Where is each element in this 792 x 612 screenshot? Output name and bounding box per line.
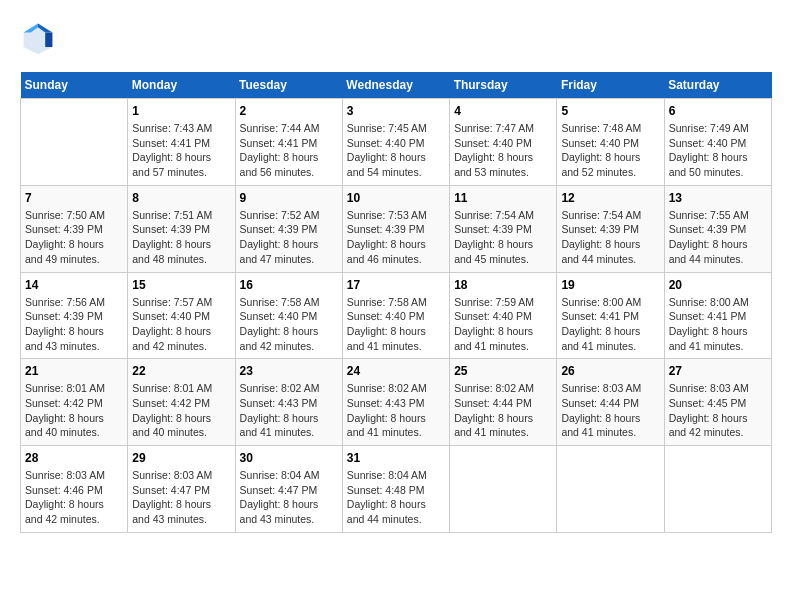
- calendar-cell: [21, 99, 128, 186]
- calendar-cell: 11Sunrise: 7:54 AMSunset: 4:39 PMDayligh…: [450, 185, 557, 272]
- cell-content: Sunrise: 7:58 AMSunset: 4:40 PMDaylight:…: [240, 295, 338, 354]
- day-number: 28: [25, 451, 123, 465]
- weekday-header: Monday: [128, 72, 235, 99]
- day-number: 26: [561, 364, 659, 378]
- cell-content: Sunrise: 8:04 AMSunset: 4:47 PMDaylight:…: [240, 468, 338, 527]
- header-row: SundayMondayTuesdayWednesdayThursdayFrid…: [21, 72, 772, 99]
- cell-content: Sunrise: 7:55 AMSunset: 4:39 PMDaylight:…: [669, 208, 767, 267]
- day-number: 21: [25, 364, 123, 378]
- day-number: 20: [669, 278, 767, 292]
- calendar-cell: 5Sunrise: 7:48 AMSunset: 4:40 PMDaylight…: [557, 99, 664, 186]
- cell-content: Sunrise: 8:03 AMSunset: 4:45 PMDaylight:…: [669, 381, 767, 440]
- cell-content: Sunrise: 8:04 AMSunset: 4:48 PMDaylight:…: [347, 468, 445, 527]
- calendar-cell: 24Sunrise: 8:02 AMSunset: 4:43 PMDayligh…: [342, 359, 449, 446]
- cell-content: Sunrise: 8:01 AMSunset: 4:42 PMDaylight:…: [132, 381, 230, 440]
- cell-content: Sunrise: 7:57 AMSunset: 4:40 PMDaylight:…: [132, 295, 230, 354]
- calendar-cell: 27Sunrise: 8:03 AMSunset: 4:45 PMDayligh…: [664, 359, 771, 446]
- weekday-header: Wednesday: [342, 72, 449, 99]
- cell-content: Sunrise: 7:44 AMSunset: 4:41 PMDaylight:…: [240, 121, 338, 180]
- day-number: 16: [240, 278, 338, 292]
- day-number: 22: [132, 364, 230, 378]
- day-number: 3: [347, 104, 445, 118]
- calendar-header: SundayMondayTuesdayWednesdayThursdayFrid…: [21, 72, 772, 99]
- cell-content: Sunrise: 7:45 AMSunset: 4:40 PMDaylight:…: [347, 121, 445, 180]
- calendar-cell: 20Sunrise: 8:00 AMSunset: 4:41 PMDayligh…: [664, 272, 771, 359]
- day-number: 11: [454, 191, 552, 205]
- calendar-table: SundayMondayTuesdayWednesdayThursdayFrid…: [20, 72, 772, 533]
- day-number: 8: [132, 191, 230, 205]
- calendar-week-row: 28Sunrise: 8:03 AMSunset: 4:46 PMDayligh…: [21, 446, 772, 533]
- calendar-body: 1Sunrise: 7:43 AMSunset: 4:41 PMDaylight…: [21, 99, 772, 533]
- day-number: 14: [25, 278, 123, 292]
- cell-content: Sunrise: 7:51 AMSunset: 4:39 PMDaylight:…: [132, 208, 230, 267]
- cell-content: Sunrise: 8:00 AMSunset: 4:41 PMDaylight:…: [669, 295, 767, 354]
- day-number: 23: [240, 364, 338, 378]
- calendar-cell: 12Sunrise: 7:54 AMSunset: 4:39 PMDayligh…: [557, 185, 664, 272]
- cell-content: Sunrise: 8:02 AMSunset: 4:43 PMDaylight:…: [240, 381, 338, 440]
- calendar-week-row: 21Sunrise: 8:01 AMSunset: 4:42 PMDayligh…: [21, 359, 772, 446]
- logo-icon: [20, 20, 56, 56]
- calendar-cell: 14Sunrise: 7:56 AMSunset: 4:39 PMDayligh…: [21, 272, 128, 359]
- day-number: 13: [669, 191, 767, 205]
- calendar-cell: [664, 446, 771, 533]
- cell-content: Sunrise: 8:01 AMSunset: 4:42 PMDaylight:…: [25, 381, 123, 440]
- cell-content: Sunrise: 7:53 AMSunset: 4:39 PMDaylight:…: [347, 208, 445, 267]
- calendar-cell: 16Sunrise: 7:58 AMSunset: 4:40 PMDayligh…: [235, 272, 342, 359]
- day-number: 18: [454, 278, 552, 292]
- calendar-cell: 26Sunrise: 8:03 AMSunset: 4:44 PMDayligh…: [557, 359, 664, 446]
- cell-content: Sunrise: 8:02 AMSunset: 4:43 PMDaylight:…: [347, 381, 445, 440]
- day-number: 5: [561, 104, 659, 118]
- svg-marker-3: [45, 33, 52, 47]
- calendar-cell: 6Sunrise: 7:49 AMSunset: 4:40 PMDaylight…: [664, 99, 771, 186]
- cell-content: Sunrise: 8:03 AMSunset: 4:44 PMDaylight:…: [561, 381, 659, 440]
- calendar-cell: 21Sunrise: 8:01 AMSunset: 4:42 PMDayligh…: [21, 359, 128, 446]
- cell-content: Sunrise: 7:56 AMSunset: 4:39 PMDaylight:…: [25, 295, 123, 354]
- calendar-cell: [557, 446, 664, 533]
- day-number: 6: [669, 104, 767, 118]
- day-number: 9: [240, 191, 338, 205]
- weekday-header: Thursday: [450, 72, 557, 99]
- day-number: 15: [132, 278, 230, 292]
- weekday-header: Tuesday: [235, 72, 342, 99]
- cell-content: Sunrise: 8:02 AMSunset: 4:44 PMDaylight:…: [454, 381, 552, 440]
- cell-content: Sunrise: 7:59 AMSunset: 4:40 PMDaylight:…: [454, 295, 552, 354]
- calendar-cell: 22Sunrise: 8:01 AMSunset: 4:42 PMDayligh…: [128, 359, 235, 446]
- logo: [20, 20, 60, 56]
- calendar-cell: 7Sunrise: 7:50 AMSunset: 4:39 PMDaylight…: [21, 185, 128, 272]
- calendar-cell: 28Sunrise: 8:03 AMSunset: 4:46 PMDayligh…: [21, 446, 128, 533]
- day-number: 2: [240, 104, 338, 118]
- calendar-cell: 25Sunrise: 8:02 AMSunset: 4:44 PMDayligh…: [450, 359, 557, 446]
- cell-content: Sunrise: 7:49 AMSunset: 4:40 PMDaylight:…: [669, 121, 767, 180]
- cell-content: Sunrise: 7:54 AMSunset: 4:39 PMDaylight:…: [454, 208, 552, 267]
- day-number: 29: [132, 451, 230, 465]
- calendar-cell: 13Sunrise: 7:55 AMSunset: 4:39 PMDayligh…: [664, 185, 771, 272]
- page-header: [20, 20, 772, 56]
- cell-content: Sunrise: 8:00 AMSunset: 4:41 PMDaylight:…: [561, 295, 659, 354]
- cell-content: Sunrise: 8:03 AMSunset: 4:47 PMDaylight:…: [132, 468, 230, 527]
- cell-content: Sunrise: 8:03 AMSunset: 4:46 PMDaylight:…: [25, 468, 123, 527]
- calendar-cell: 1Sunrise: 7:43 AMSunset: 4:41 PMDaylight…: [128, 99, 235, 186]
- calendar-cell: 2Sunrise: 7:44 AMSunset: 4:41 PMDaylight…: [235, 99, 342, 186]
- calendar-cell: 4Sunrise: 7:47 AMSunset: 4:40 PMDaylight…: [450, 99, 557, 186]
- cell-content: Sunrise: 7:43 AMSunset: 4:41 PMDaylight:…: [132, 121, 230, 180]
- day-number: 30: [240, 451, 338, 465]
- cell-content: Sunrise: 7:50 AMSunset: 4:39 PMDaylight:…: [25, 208, 123, 267]
- calendar-week-row: 1Sunrise: 7:43 AMSunset: 4:41 PMDaylight…: [21, 99, 772, 186]
- day-number: 19: [561, 278, 659, 292]
- calendar-cell: 9Sunrise: 7:52 AMSunset: 4:39 PMDaylight…: [235, 185, 342, 272]
- day-number: 24: [347, 364, 445, 378]
- calendar-cell: [450, 446, 557, 533]
- calendar-cell: 15Sunrise: 7:57 AMSunset: 4:40 PMDayligh…: [128, 272, 235, 359]
- weekday-header: Friday: [557, 72, 664, 99]
- calendar-cell: 29Sunrise: 8:03 AMSunset: 4:47 PMDayligh…: [128, 446, 235, 533]
- calendar-cell: 10Sunrise: 7:53 AMSunset: 4:39 PMDayligh…: [342, 185, 449, 272]
- cell-content: Sunrise: 7:52 AMSunset: 4:39 PMDaylight:…: [240, 208, 338, 267]
- cell-content: Sunrise: 7:58 AMSunset: 4:40 PMDaylight:…: [347, 295, 445, 354]
- weekday-header: Sunday: [21, 72, 128, 99]
- cell-content: Sunrise: 7:48 AMSunset: 4:40 PMDaylight:…: [561, 121, 659, 180]
- calendar-cell: 30Sunrise: 8:04 AMSunset: 4:47 PMDayligh…: [235, 446, 342, 533]
- day-number: 4: [454, 104, 552, 118]
- calendar-cell: 17Sunrise: 7:58 AMSunset: 4:40 PMDayligh…: [342, 272, 449, 359]
- cell-content: Sunrise: 7:54 AMSunset: 4:39 PMDaylight:…: [561, 208, 659, 267]
- calendar-cell: 19Sunrise: 8:00 AMSunset: 4:41 PMDayligh…: [557, 272, 664, 359]
